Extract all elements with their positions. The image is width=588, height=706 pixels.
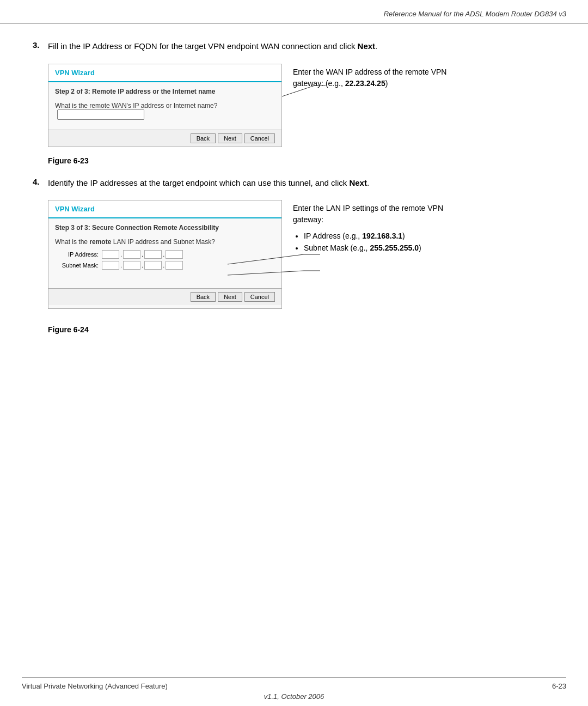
main-content: 3. Fill in the IP Address or FQDN for th… bbox=[0, 24, 588, 362]
wizard-24-footer: Back Next Cancel bbox=[48, 288, 281, 305]
figure-24-label: Figure 6-24 bbox=[48, 325, 561, 334]
figure-23-area: VPN Wizard Step 2 of 3: Remote IP addres… bbox=[48, 64, 561, 151]
wizard-24-title: VPN Wizard bbox=[48, 200, 281, 218]
step-4-text: Identify the IP addresses at the target … bbox=[48, 177, 369, 190]
wizard-24-body: Step 3 of 3: Secure Connection Remote Ac… bbox=[48, 218, 281, 277]
ip-octet-2[interactable] bbox=[123, 250, 140, 259]
callout-24-bullets: IP Address (e.g., 192.168.3.1) Subnet Ma… bbox=[293, 230, 473, 254]
subnet-octet-4[interactable] bbox=[166, 261, 183, 270]
page-footer: Virtual Private Networking (Advanced Fea… bbox=[0, 677, 588, 706]
footer-version: v1.1, October 2006 bbox=[0, 692, 588, 706]
wizard-23-body: Step 2 of 3: Remote IP address or the In… bbox=[48, 82, 281, 130]
wizard-24-next-button[interactable]: Next bbox=[218, 292, 242, 302]
subnet-mask-label: Subnet Mask: bbox=[55, 262, 99, 269]
ip-address-row: IP Address: . . . bbox=[55, 250, 275, 259]
ip-octet-4[interactable] bbox=[166, 250, 183, 259]
subnet-octet-3[interactable] bbox=[144, 261, 162, 270]
wizard-23-next-button[interactable]: Next bbox=[218, 133, 242, 143]
footer-content: Virtual Private Networking (Advanced Fea… bbox=[0, 678, 588, 692]
step-4-paragraph: 4. Identify the IP addresses at the targ… bbox=[33, 177, 561, 190]
wizard-24-cancel-button[interactable]: Cancel bbox=[244, 292, 275, 302]
wan-ip-input[interactable] bbox=[57, 109, 144, 120]
step-3-text: Fill in the IP Address or FQDN for the t… bbox=[48, 40, 377, 53]
figure-24-area: VPN Wizard Step 3 of 3: Secure Connectio… bbox=[48, 200, 561, 320]
wizard-24-step-label: Step 3 of 3: Secure Connection Remote Ac… bbox=[55, 224, 275, 232]
wizard-24-question: What is the remote LAN IP address and Su… bbox=[55, 238, 275, 246]
subnet-mask-row: Subnet Mask: . . . bbox=[55, 261, 275, 270]
figure-23-wizard: VPN Wizard Step 2 of 3: Remote IP addres… bbox=[48, 64, 282, 147]
wizard-24-back-button[interactable]: Back bbox=[191, 292, 216, 302]
subnet-octet-2[interactable] bbox=[123, 261, 140, 270]
figure-23-label: Figure 6-23 bbox=[48, 156, 561, 165]
step-4-number: 4. bbox=[33, 177, 48, 186]
header-title: Reference Manual for the ADSL Modem Rout… bbox=[384, 10, 566, 18]
wizard-23-step-label: Step 2 of 3: Remote IP address or the In… bbox=[55, 88, 275, 95]
ip-address-label: IP Address: bbox=[55, 251, 99, 258]
ip-address-fields: . . . bbox=[102, 250, 183, 259]
footer-right: 6-23 bbox=[552, 682, 566, 690]
subnet-fields: . . . bbox=[102, 261, 183, 270]
wizard-23-question: What is the remote WAN's IP address or I… bbox=[55, 102, 275, 120]
ip-octet-3[interactable] bbox=[144, 250, 162, 259]
step-3-number: 3. bbox=[33, 40, 48, 50]
step-3-paragraph: 3. Fill in the IP Address or FQDN for th… bbox=[33, 40, 561, 53]
page-header: Reference Manual for the ADSL Modem Rout… bbox=[0, 0, 588, 24]
subnet-octet-1[interactable] bbox=[102, 261, 119, 270]
ip-octet-1[interactable] bbox=[102, 250, 119, 259]
figure-24-wizard: VPN Wizard Step 3 of 3: Secure Connectio… bbox=[48, 200, 282, 309]
figure-24-callout: Enter the LAN IP settings of the remote … bbox=[293, 200, 473, 254]
figure-23-callout: Enter the WAN IP address of the remote V… bbox=[293, 64, 473, 89]
callout-24-bullet-2: Subnet Mask (e.g., 255.255.255.0) bbox=[304, 242, 473, 254]
callout-24-bullet-1: IP Address (e.g., 192.168.3.1) bbox=[304, 230, 473, 242]
wizard-23-footer: Back Next Cancel bbox=[48, 130, 281, 147]
wizard-23-back-button[interactable]: Back bbox=[191, 133, 216, 143]
callout-24-intro: Enter the LAN IP settings of the remote … bbox=[293, 203, 473, 226]
wizard-23-cancel-button[interactable]: Cancel bbox=[244, 133, 275, 143]
wizard-23-title: VPN Wizard bbox=[48, 64, 281, 82]
footer-left: Virtual Private Networking (Advanced Fea… bbox=[22, 682, 168, 690]
